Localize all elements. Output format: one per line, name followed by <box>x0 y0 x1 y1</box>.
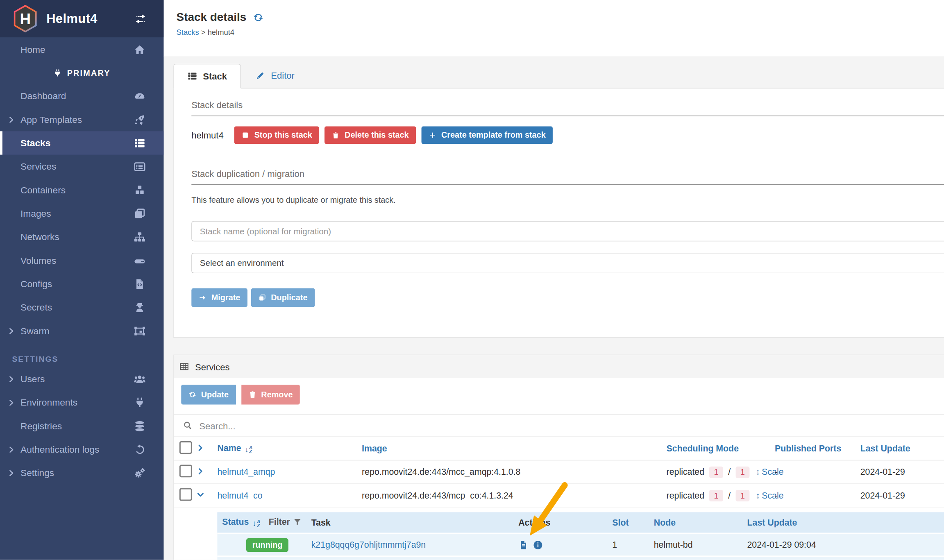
sidebar-item-settings[interactable]: Settings <box>0 461 164 485</box>
row-checkbox[interactable] <box>179 488 192 501</box>
search-bar <box>174 414 944 437</box>
column-header-image[interactable]: Image <box>357 444 662 453</box>
task-id-link[interactable]: k21g8qqq6g7ohljtmmmtj7a9n <box>311 540 426 550</box>
sidebar-group-1: DashboardApp TemplatesStacksServicesCont… <box>0 84 164 342</box>
column-header-last-update[interactable]: Last Update <box>742 518 944 528</box>
replica-target-badge: 1 <box>735 490 750 501</box>
sidebar-item-volumes[interactable]: Volumes <box>0 249 164 272</box>
filter-label[interactable]: Filter <box>269 517 290 527</box>
services-table-header: Name↓AZImageScheduling ModePublished Por… <box>174 437 944 460</box>
sidebar-item-containers[interactable]: Containers <box>0 178 164 202</box>
funnel-icon <box>293 518 302 526</box>
logo-letter: H <box>12 4 39 33</box>
sidebar-item-label: Images <box>20 208 51 219</box>
chevron-right-icon <box>8 375 15 383</box>
remove-button[interactable]: Remove <box>241 385 300 404</box>
column-header-node[interactable]: Node <box>649 518 742 528</box>
chevron-right-icon <box>8 399 15 406</box>
task-info-icon[interactable] <box>533 540 543 550</box>
sidebar-item-registries[interactable]: Registries <box>0 414 164 438</box>
published-ports-cell: - <box>775 467 860 477</box>
collapse-sidebar-icon[interactable] <box>134 13 147 25</box>
sidebar-item-home[interactable]: Home <box>0 38 164 62</box>
sidebar-item-dashboard[interactable]: Dashboard <box>0 84 164 108</box>
sidebar-item-swarm[interactable]: Swarm <box>0 319 164 342</box>
duplication-heading: Stack duplication / migration <box>191 157 944 185</box>
column-header-slot[interactable]: Slot <box>608 518 649 528</box>
volumes-icon <box>134 254 145 266</box>
networks-icon <box>134 231 145 243</box>
sidebar-item-label: Authentication logs <box>20 444 99 455</box>
rocket-icon <box>134 113 145 125</box>
create-template-button[interactable]: Create template from stack <box>422 127 553 144</box>
task-slot: 1 <box>608 540 649 550</box>
tab-stack[interactable]: Stack <box>173 64 241 88</box>
status-sort-link[interactable]: Status <box>222 517 249 527</box>
delete-stack-button[interactable]: Delete this stack <box>325 127 416 144</box>
chevron-right-icon <box>8 116 15 123</box>
sidebar-item-label: Services <box>20 161 56 172</box>
table-icon <box>179 362 189 372</box>
containers-icon <box>134 184 145 196</box>
row-checkbox[interactable] <box>179 465 192 477</box>
duplicate-label: Duplicate <box>271 293 307 302</box>
task-node: helmut-bd <box>649 540 742 550</box>
service-image: repo.moovit24.de:443/mcp_co:4.1.3.24 <box>357 491 662 501</box>
stack-details-heading: Stack details <box>191 88 944 116</box>
stack-details-card: Stack details helmut4 Stop this stack De… <box>173 88 944 338</box>
sidebar-item-environments[interactable]: Environments <box>0 391 164 414</box>
migrate-label: Migrate <box>211 293 241 302</box>
sidebar-item-label: Users <box>20 374 45 384</box>
refresh-icon[interactable] <box>253 12 263 23</box>
task-log-icon[interactable] <box>518 540 529 550</box>
environments-icon <box>134 397 145 408</box>
service-name-link[interactable]: helmut4_amqp <box>217 467 275 477</box>
column-header-name[interactable]: Name↓AZ <box>213 443 357 454</box>
chevron-right-icon <box>196 443 206 453</box>
environment-select[interactable]: Select an environment <box>191 253 944 273</box>
sidebar-item-label: Stacks <box>20 138 50 148</box>
trash-icon <box>249 391 256 399</box>
sidebar-item-stacks[interactable]: Stacks <box>0 131 164 154</box>
stack-tab-icon <box>187 71 197 81</box>
plus-icon <box>429 131 436 139</box>
update-label: Update <box>201 390 229 399</box>
create-template-label: Create template from stack <box>441 131 546 140</box>
stack-name-input[interactable] <box>191 221 944 241</box>
stop-stack-button[interactable]: Stop this stack <box>234 127 319 144</box>
replica-count-badge: 1 <box>709 467 724 478</box>
pencil-icon <box>255 70 266 81</box>
sort-az-icon: ↓AZ <box>252 519 260 528</box>
breadcrumb-separator: > <box>201 28 206 37</box>
registries-icon <box>134 420 145 432</box>
sidebar-item-label: Settings <box>20 467 54 478</box>
settings-icon <box>134 467 145 479</box>
update-button[interactable]: Update <box>181 385 236 404</box>
search-input[interactable] <box>198 420 562 431</box>
sidebar-item-users[interactable]: Users <box>0 367 164 390</box>
sidebar-item-configs[interactable]: Configs <box>0 272 164 295</box>
tab-editor[interactable]: Editor <box>241 63 309 88</box>
duplicate-button[interactable]: Duplicate <box>251 288 315 307</box>
sidebar-item-services[interactable]: Services <box>0 155 164 178</box>
sidebar-item-app-templates[interactable]: App Templates <box>0 108 164 131</box>
column-header-scheduling-mode[interactable]: Scheduling Mode <box>662 444 775 453</box>
services-title: Services <box>195 361 230 372</box>
column-header-published-ports[interactable]: Published Ports <box>775 444 860 453</box>
breadcrumb-stacks-link[interactable]: Stacks <box>177 28 199 37</box>
sidebar: H Helmut4 HomePRIMARYDashboardApp Templa… <box>0 0 164 560</box>
sidebar-item-authentication-logs[interactable]: Authentication logs <box>0 438 164 461</box>
select-all-checkbox[interactable] <box>179 441 192 454</box>
migrate-button[interactable]: Migrate <box>191 288 247 307</box>
app-root: H Helmut4 HomePRIMARYDashboardApp Templa… <box>0 0 944 560</box>
sidebar-item-label: Secrets <box>20 302 52 313</box>
column-header-actions: Actions <box>518 518 607 528</box>
sidebar-item-label: Configs <box>20 279 52 289</box>
sidebar-item-networks[interactable]: Networks <box>0 225 164 249</box>
sidebar-item-secrets[interactable]: Secrets <box>0 295 164 319</box>
services-header: Services <box>174 355 944 378</box>
service-name-link[interactable]: helmut4_co <box>217 491 262 501</box>
sidebar-item-images[interactable]: Images <box>0 202 164 225</box>
breadcrumb: Stacks > helmut4 <box>177 28 944 37</box>
column-header-last-update[interactable]: Last Update <box>860 444 944 453</box>
